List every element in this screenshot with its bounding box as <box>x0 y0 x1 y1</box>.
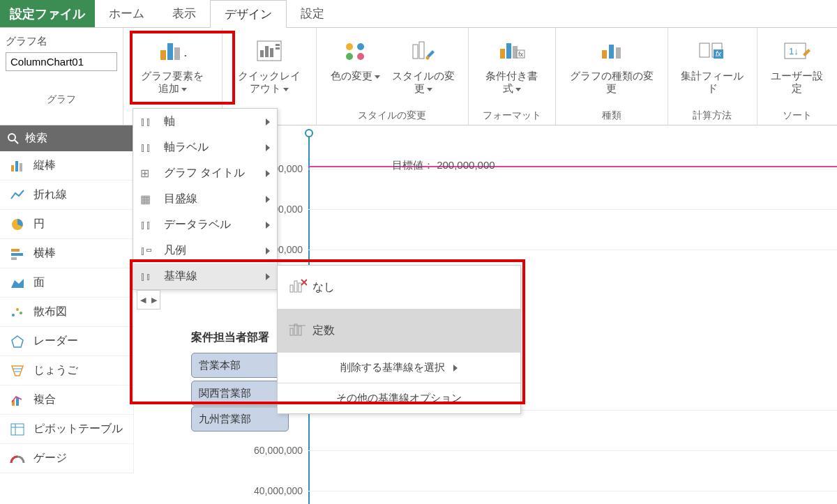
submenu-arrow-icon <box>266 144 270 151</box>
submenu-item-other-options[interactable]: その他の基準線オプション <box>278 383 520 413</box>
style-brush-icon <box>412 35 435 67</box>
svg-rect-7 <box>270 48 273 57</box>
user-settings-button[interactable]: 1↓ ユーザー設定 <box>764 32 830 98</box>
color-dots-icon <box>343 35 367 67</box>
svg-point-13 <box>357 53 364 60</box>
target-reference-line[interactable] <box>308 166 837 167</box>
svg-rect-5 <box>260 50 264 57</box>
menu-item-axis[interactable]: ⫿⫿軸 <box>133 109 277 135</box>
svg-text:1↓: 1↓ <box>789 46 799 56</box>
tab-design[interactable]: デザイン <box>210 0 287 28</box>
sidebar-label: 散布図 <box>33 305 67 319</box>
submenu-arrow-icon <box>266 222 270 229</box>
change-colors-button[interactable]: 色の変更 <box>324 32 386 98</box>
axis-handle-icon[interactable] <box>304 128 314 138</box>
combo-chart-icon <box>8 394 27 406</box>
svg-rect-0 <box>160 50 166 60</box>
sidebar-search-label: 検索 <box>25 131 47 146</box>
svg-rect-15 <box>419 42 424 59</box>
data-label-icon: ⫿⫿ <box>140 219 157 231</box>
nav-right-icon[interactable]: ▶ <box>151 296 157 305</box>
legend-item[interactable]: 関西営業部 <box>191 381 289 406</box>
legend-icon: ⫿▭ <box>140 245 157 257</box>
menu-item-reference-line[interactable]: ⫿⫾基準線 <box>133 264 277 289</box>
svg-point-53 <box>306 130 312 137</box>
menu-item-chart-title[interactable]: ⊞グラフ タイトル <box>133 160 277 186</box>
legend-item[interactable]: 営業本部 <box>191 353 289 378</box>
quick-layout-button[interactable]: クイックレイアウト <box>229 32 309 98</box>
svg-rect-22 <box>602 50 607 59</box>
add-chart-element-button[interactable]: + グラフ要素を追加 <box>130 32 215 98</box>
calc-field-button[interactable]: fx 集計フィールド <box>675 32 750 98</box>
submenu-arrow-icon <box>266 273 270 280</box>
sidebar-label: じょうご <box>33 363 78 378</box>
chart-name-input[interactable] <box>6 52 117 71</box>
sidebar-item-combo[interactable]: 複合 <box>0 385 133 415</box>
column-chart-icon <box>8 160 27 172</box>
menu-item-axis-label[interactable]: ⫿⫿軸ラベル <box>133 135 277 160</box>
sidebar-item-gauge[interactable]: ゲージ <box>0 444 133 473</box>
sidebar-label: 複合 <box>33 392 56 407</box>
sidebar-item-pie[interactable]: 円 <box>0 210 133 239</box>
add-element-dropdown: ⫿⫿軸 ⫿⫿軸ラベル ⊞グラフ タイトル ▦目盛線 ⫿⫿データラベル ⫿▭凡例 … <box>133 108 278 290</box>
legend-item[interactable]: 九州営業部 <box>191 406 289 432</box>
svg-rect-18 <box>506 43 511 59</box>
ribbon: グラフ名 グラフ + グラフ要素を追加 クイックレイアウト 色の変更 <box>0 28 837 125</box>
svg-text:+: + <box>184 49 186 63</box>
svg-rect-37 <box>11 249 20 252</box>
none-refline-icon <box>289 278 306 296</box>
constant-refline-icon <box>289 321 306 339</box>
sidebar-item-column[interactable]: 縦棒 <box>0 151 133 181</box>
sidebar-label: ゲージ <box>33 451 67 466</box>
menu-item-gridlines[interactable]: ▦目盛線 <box>133 186 277 212</box>
y-tick-label: 40,000,000 <box>225 485 308 496</box>
svg-rect-23 <box>609 45 614 59</box>
change-chart-type-button[interactable]: グラフの種類の変更 <box>563 32 661 98</box>
sidebar-item-bar[interactable]: 横棒 <box>0 239 133 268</box>
menu-nav-arrows[interactable]: ◀ ▶ <box>137 290 160 310</box>
submenu-item-select-delete[interactable]: 削除する基準線を選択 <box>278 352 520 383</box>
change-style-label: スタイルの変更 <box>392 70 455 95</box>
svg-point-43 <box>20 312 22 314</box>
reference-line-icon: ⫿⫾ <box>140 270 157 283</box>
sidebar-label: 円 <box>33 217 45 231</box>
file-menu-button[interactable]: 設定ファイル <box>0 0 95 27</box>
submenu-label: 定数 <box>312 323 335 338</box>
submenu-label: なし <box>312 280 335 295</box>
conditional-format-button[interactable]: fx 条件付き書式 <box>476 32 548 98</box>
tab-settings[interactable]: 設定 <box>287 0 338 27</box>
nav-left-icon[interactable]: ◀ <box>140 296 146 305</box>
sidebar-label: レーダー <box>33 334 78 349</box>
conditional-format-icon: fx <box>499 35 525 67</box>
submenu-arrow-icon <box>266 196 270 203</box>
sidebar-item-radar[interactable]: レーダー <box>0 327 133 356</box>
sidebar-item-area[interactable]: 面 <box>0 268 133 298</box>
sidebar-label: 折れ線 <box>33 188 67 202</box>
group-label-sort: ソート <box>783 107 812 123</box>
tab-view[interactable]: 表示 <box>158 0 210 27</box>
svg-rect-24 <box>616 47 621 59</box>
sidebar-item-line[interactable]: 折れ線 <box>0 181 133 210</box>
menu-item-data-label[interactable]: ⫿⫿データラベル <box>133 212 277 238</box>
svg-rect-61 <box>299 326 301 335</box>
change-style-button[interactable]: スタイルの変更 <box>386 32 461 98</box>
svg-point-41 <box>12 314 15 316</box>
sidebar-search[interactable]: 検索 <box>0 125 133 151</box>
group-label-type: 種類 <box>602 107 621 123</box>
tab-home[interactable]: ホーム <box>95 0 158 27</box>
svg-rect-1 <box>167 43 173 60</box>
group-label-format: フォーマット <box>483 107 541 123</box>
sidebar-item-scatter[interactable]: 散布図 <box>0 298 133 327</box>
svg-rect-56 <box>299 283 301 292</box>
sidebar-item-funnel[interactable]: じょうご <box>0 356 133 385</box>
legend-header: 案件担当者部署 <box>191 330 269 345</box>
menu-item-legend[interactable]: ⫿▭凡例 <box>133 238 277 264</box>
change-chart-type-label: グラフの種類の変更 <box>568 70 655 95</box>
sidebar-label: 面 <box>33 275 45 290</box>
submenu-item-none[interactable]: なし <box>278 266 520 309</box>
svg-point-16 <box>426 56 430 60</box>
svg-rect-54 <box>290 285 293 292</box>
submenu-item-constant[interactable]: 定数 <box>278 309 520 352</box>
svg-rect-49 <box>16 397 19 406</box>
sidebar-item-pivot[interactable]: ピボットテーブル <box>0 415 133 444</box>
